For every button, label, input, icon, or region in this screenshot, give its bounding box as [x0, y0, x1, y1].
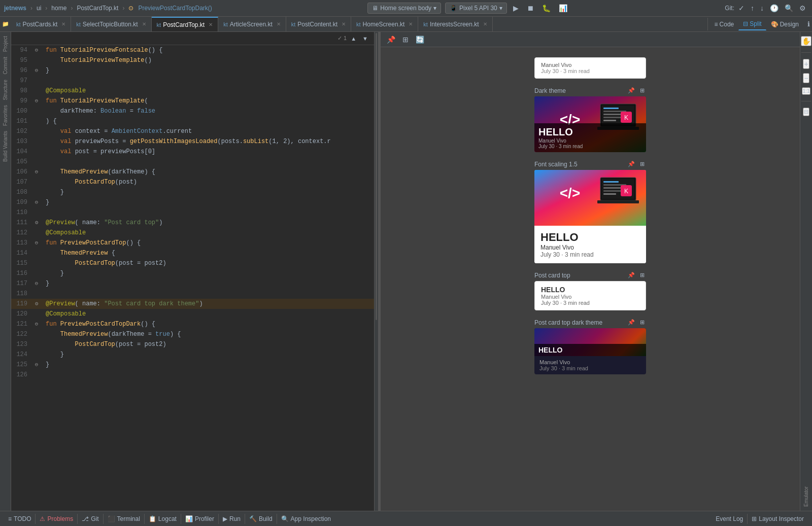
post-card-top-dark-expand-icon[interactable]: ⊞	[638, 319, 646, 326]
svg-rect-23	[597, 200, 639, 203]
breadcrumb-file[interactable]: PostCardTop.kt	[77, 5, 118, 12]
git-pull-button[interactable]: ↓	[758, 3, 766, 13]
post-card-top-pin-icon[interactable]: 📌	[626, 271, 636, 279]
problems-label: Problems	[47, 515, 73, 522]
preview-post-card-top-card[interactable]: HELLO Manuel Vivo July 30 · 3 min read	[534, 281, 646, 310]
tab-design[interactable]: 🎨 Design	[766, 18, 803, 30]
preview-count-badge: ✓ 1	[337, 35, 347, 42]
run-button[interactable]: ▶	[511, 3, 521, 13]
sidebar-item-build-variants[interactable]: Build Variants	[3, 129, 8, 164]
git-label: Git	[91, 515, 98, 522]
tab-close-interestsscreen[interactable]: ✕	[483, 21, 487, 27]
preview-font-scaling-label-text: Font scaling 1.5	[534, 161, 578, 168]
svg-rect-16	[603, 181, 619, 183]
history-button[interactable]: 🕐	[768, 3, 781, 13]
sidebar-item-commit[interactable]: Commit	[3, 55, 8, 76]
bottombar-run[interactable]: ▶ Run	[219, 511, 245, 527]
font-scaling-expand-icon[interactable]: ⊞	[638, 160, 646, 168]
tab-close-homescreen[interactable]: ✕	[409, 21, 413, 27]
font-scaling-image: </> K	[534, 170, 646, 226]
post-card-top-hello: HELLO	[541, 286, 639, 294]
zoom-out-button[interactable]: −	[803, 73, 809, 83]
app-inspection-icon: 🔍	[281, 515, 289, 522]
dark-theme-pin-icon[interactable]: 📌	[626, 87, 636, 94]
tab-icon-articlescreen: kt	[223, 21, 228, 27]
problems-icon: ⚠	[40, 515, 45, 522]
tab-postcards[interactable]: kt PostCards.kt ✕	[11, 17, 71, 32]
post-card-top-expand-icon[interactable]: ⊞	[638, 271, 646, 279]
info-button[interactable]: ℹ	[805, 19, 812, 29]
fit-to-screen-button[interactable]: 1:1	[802, 87, 811, 95]
git-label: Git:	[725, 5, 734, 12]
bottombar-layout-inspector[interactable]: ⊞ Layout Inspector	[748, 511, 808, 527]
debug-button[interactable]: 🐛	[540, 3, 553, 13]
sidebar-item-structure[interactable]: Structure	[3, 78, 8, 102]
tab-close-postcontent[interactable]: ✕	[342, 21, 346, 27]
tab-postcardtop[interactable]: kt PostCardTop.kt ✕	[152, 17, 219, 32]
bottombar-profiler[interactable]: 📊 Profiler	[181, 511, 218, 527]
prev-preview-button[interactable]: ▲	[349, 34, 358, 43]
search-button[interactable]: 🔍	[783, 3, 795, 13]
bottombar-git[interactable]: ⎇ Git	[78, 511, 103, 527]
tab-close-postcards[interactable]: ✕	[61, 21, 65, 27]
stop-button[interactable]: ⏹	[525, 3, 536, 13]
dark-theme-hello: HELLO	[538, 126, 642, 138]
preview-post-card-top-dark-card[interactable]: HELLO Manuel Vivo July 30 · 3 min read	[534, 328, 646, 374]
refresh-all-button[interactable]: 🔄	[414, 34, 426, 45]
post-card-top-dark-pin-icon[interactable]: 📌	[626, 319, 636, 326]
bottombar-app-inspection[interactable]: 🔍 App Inspection	[277, 511, 335, 527]
code-scrollbar[interactable]	[374, 32, 378, 511]
font-scaling-pin-icon[interactable]: 📌	[626, 160, 636, 168]
code-line-107: 107 PostCardTop(post)	[11, 177, 374, 187]
code-line-115: 115 PostCardTop(post = post2)	[11, 258, 374, 268]
tab-split[interactable]: ⊟ Split	[738, 18, 766, 30]
grid-button[interactable]: ⊟	[803, 108, 809, 116]
preview-font-scaling-card[interactable]: </> K	[534, 170, 646, 263]
preview-dropdown[interactable]: 🖥 Home screen body ▾	[367, 3, 441, 14]
hand-tool-button[interactable]: ✋	[801, 36, 811, 46]
breadcrumb-preview-fn[interactable]: PreviewPostCardTopDark()	[138, 5, 212, 12]
dark-theme-meta1: Manuel Vivo	[538, 138, 642, 144]
code-line-103: 103 val previewPosts = getPostsWithImage…	[11, 136, 374, 147]
preview-section-dark-theme: Dark theme 📌 ⊞	[534, 87, 646, 152]
code-scrollbar-thumb[interactable]	[376, 33, 377, 320]
bottombar-problems[interactable]: ⚠ Problems	[36, 511, 77, 527]
settings-button[interactable]: ⚙	[797, 3, 808, 13]
sidebar-item-project[interactable]: Project	[3, 34, 8, 54]
profile-button[interactable]: 📊	[557, 3, 569, 13]
breadcrumb-ui[interactable]: ui	[37, 5, 41, 12]
preview-panel: 📌 ⊞ 🔄 Manuel Vivo July 30 · 3 min read D…	[381, 32, 800, 511]
tab-code[interactable]: ≡ Code	[710, 18, 739, 30]
tab-postcontent[interactable]: kt PostContent.kt ✕	[286, 17, 351, 32]
git-push-button[interactable]: ↑	[749, 3, 756, 13]
tab-articlescreen[interactable]: kt ArticleScreen.kt ✕	[218, 17, 286, 32]
pin-button[interactable]: 📌	[385, 34, 397, 45]
zoom-in-button[interactable]: +	[803, 59, 809, 69]
code-line-121: 121 ⊖ fun PreviewPostCardTopDark() {	[11, 319, 374, 329]
tab-close-selecttopic[interactable]: ✕	[142, 21, 146, 27]
project-icon[interactable]: 📁	[0, 21, 11, 27]
tab-selecttopic[interactable]: kt SelectTopicButton.kt ✕	[71, 17, 151, 32]
bottombar-terminal[interactable]: ⬛ Terminal	[104, 511, 144, 527]
tab-close-articlescreen[interactable]: ✕	[277, 21, 281, 27]
tab-close-postcardtop[interactable]: ✕	[209, 22, 213, 27]
refresh-grid-button[interactable]: ⊞	[400, 34, 411, 45]
tab-interestsscreen[interactable]: kt InterestsScreen.kt ✕	[418, 17, 492, 32]
sidebar-item-favorites[interactable]: Favorites	[3, 103, 8, 128]
code-line-124: 124 }	[11, 349, 374, 360]
device-dropdown[interactable]: 📱 Pixel 5 API 30 ▾	[445, 3, 507, 14]
tab-homescreen[interactable]: kt HomeScreen.kt ✕	[351, 17, 418, 32]
bottombar-build[interactable]: 🔨 Build	[245, 511, 277, 527]
code-line-119: 119 ⚙ @Preview( name: "Post card top dar…	[11, 299, 374, 309]
bottombar-todo[interactable]: ≡ TODO	[4, 511, 35, 527]
emulator-label: Emulator	[803, 484, 809, 507]
preview-dark-theme-card[interactable]: </> K	[534, 96, 646, 152]
bottombar-event-log[interactable]: Event Log	[712, 511, 747, 527]
run-icon: ▶	[223, 515, 227, 522]
next-preview-button[interactable]: ▼	[360, 34, 370, 43]
dark-theme-expand-icon[interactable]: ⊞	[638, 87, 646, 94]
bottombar-logcat[interactable]: 📋 Logcat	[145, 511, 181, 527]
breadcrumb-home[interactable]: home	[51, 5, 66, 12]
git-commit-button[interactable]: ✓	[736, 3, 747, 13]
split-icon: ⊟	[743, 20, 748, 27]
